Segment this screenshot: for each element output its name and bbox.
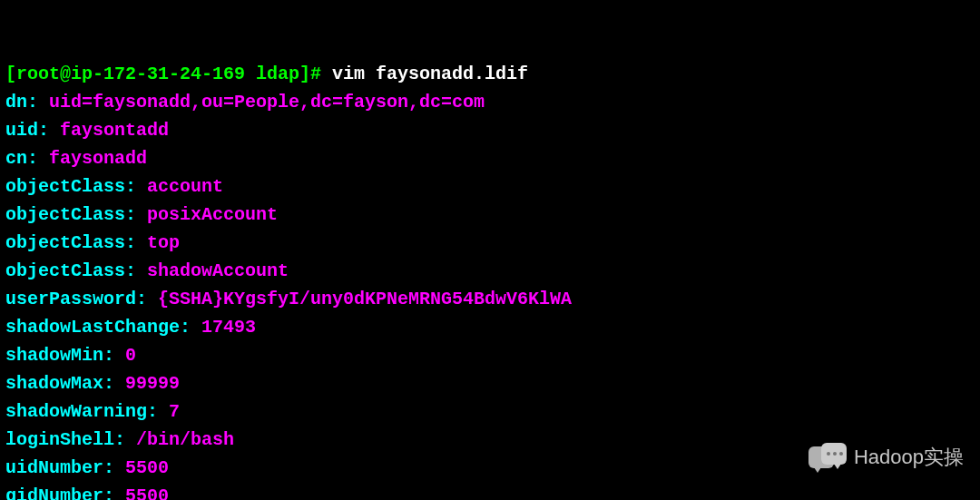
ldif-value: 7 [169,401,180,422]
ldif-value: faysontadd [60,120,169,141]
watermark: Hadoop实操 [808,442,964,473]
ldif-line: dn: uid=faysonadd,ou=People,dc=fayson,dc… [5,88,975,116]
ldif-line: objectClass: account [5,172,975,201]
ldif-line: gidNumber: 5500 [5,482,975,500]
shell-command[interactable]: vim faysonadd.ldif [332,64,528,84]
ldif-value: faysonadd [49,148,147,169]
ldif-line: cn: faysonadd [5,144,975,172]
ldif-key: objectClass: [5,176,136,197]
ldif-key: uidNumber: [5,457,114,478]
ldif-key: shadowWarning: [5,401,158,422]
ldif-line: objectClass: top [5,229,975,257]
ldif-key: objectClass: [5,260,136,281]
ldif-value: 99999 [125,373,180,394]
ldif-key: cn: [5,148,38,169]
ldif-line: shadowMin: 0 [5,341,975,369]
ldif-line: objectClass: shadowAccount [5,257,975,285]
ldif-value: 0 [125,345,136,366]
terminal-output: [root@ip-172-31-24-169 ldap]# vim fayson… [5,4,975,500]
ldif-value: 5500 [125,457,169,478]
ldif-line: shadowWarning: 7 [5,397,975,426]
ldif-key: uid: [5,120,49,141]
ldif-key: shadowMax: [5,373,114,394]
ldif-line: shadowMax: 99999 [5,369,975,397]
ldif-key: gidNumber: [5,485,114,500]
ldif-value: 5500 [125,485,169,500]
ldif-line: uid: faysontadd [5,116,975,144]
ldif-value: uid=faysonadd,ou=People,dc=fayson,dc=com [49,92,485,113]
ldif-value: /bin/bash [136,429,234,450]
watermark-text: Hadoop实操 [854,442,964,473]
ldif-line: objectClass: posixAccount [5,201,975,229]
ldif-key: loginShell: [5,429,125,450]
ldif-value: shadowAccount [147,260,289,281]
ldif-key: objectClass: [5,232,136,253]
ldif-line: shadowLastChange: 17493 [5,313,975,341]
ldif-value: 17493 [201,317,256,338]
wechat-icon [808,443,847,472]
ldif-value: {SSHA}KYgsfyI/uny0dKPNeMRNG54BdwV6KlWA [158,289,572,309]
ldif-key: objectClass: [5,204,136,225]
command-line: [root@ip-172-31-24-169 ldap]# vim fayson… [5,60,975,88]
ldif-value: account [147,176,223,197]
ldif-key: userPassword: [5,289,147,309]
ldif-key: shadowMin: [5,345,114,366]
ldif-value: posixAccount [147,204,278,225]
ldif-key: shadowLastChange: [5,317,191,338]
shell-prompt: [root@ip-172-31-24-169 ldap]# [5,64,321,84]
ldif-value: top [147,232,180,253]
ldif-key: dn: [5,92,38,113]
ldif-line: userPassword: {SSHA}KYgsfyI/uny0dKPNeMRN… [5,285,975,313]
